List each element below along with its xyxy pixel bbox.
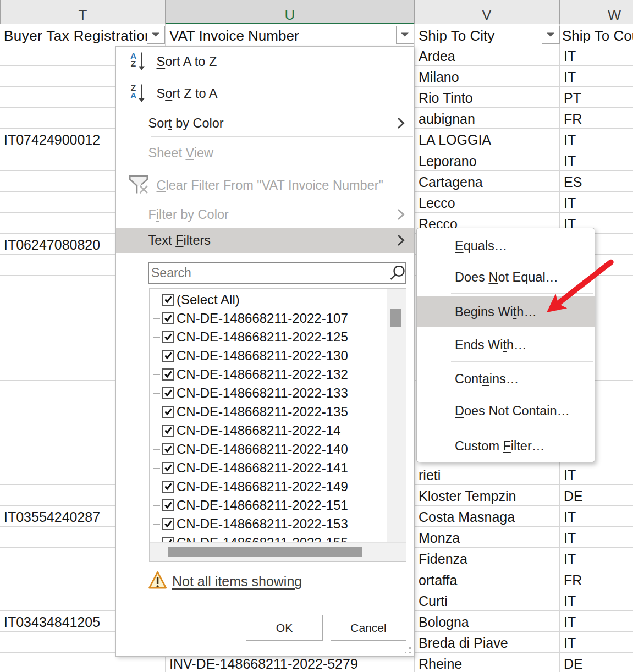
- svg-text:Z: Z: [131, 59, 136, 68]
- svg-text:A: A: [130, 91, 136, 100]
